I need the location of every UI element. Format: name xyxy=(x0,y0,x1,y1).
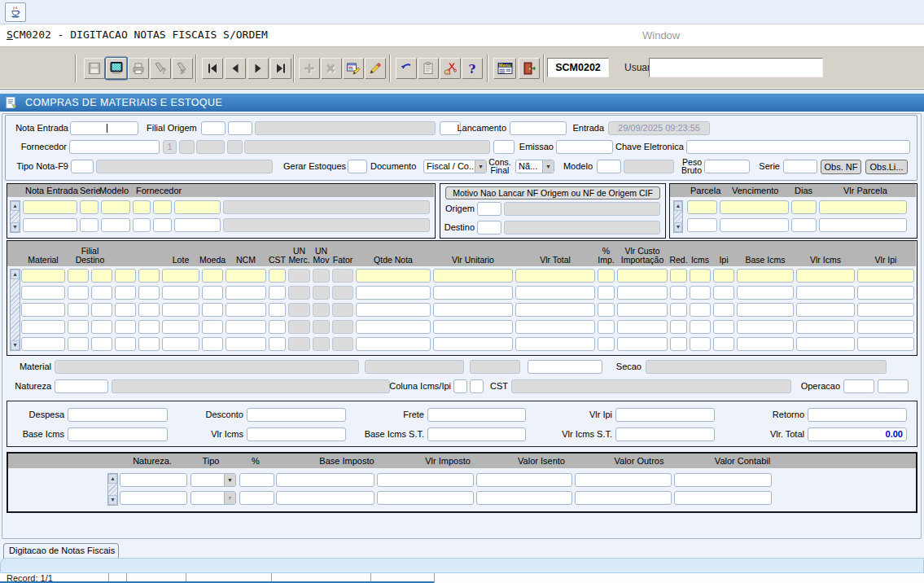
item-cell[interactable] xyxy=(690,286,711,300)
scroll-up-icon[interactable]: ▲ xyxy=(674,201,682,211)
tax-cell[interactable] xyxy=(575,491,672,505)
item-cell[interactable] xyxy=(162,337,199,351)
items-scrollbar[interactable]: ▲▼ xyxy=(10,269,20,351)
usuario-input[interactable] xyxy=(649,58,823,77)
java-coffee-icon[interactable] xyxy=(5,2,26,22)
item-cell[interactable] xyxy=(737,337,794,351)
item-cell[interactable] xyxy=(356,337,431,351)
item-cell[interactable] xyxy=(226,320,266,334)
item-cell[interactable] xyxy=(269,337,286,351)
nota-entrada-input[interactable] xyxy=(70,121,138,135)
item-cell[interactable] xyxy=(68,337,89,351)
exit-button[interactable] xyxy=(519,58,540,79)
chave-eletronica-input[interactable] xyxy=(686,140,910,154)
nf-cell[interactable] xyxy=(101,200,130,214)
parcela-cell[interactable] xyxy=(687,218,717,232)
parcela-cell[interactable] xyxy=(720,218,789,232)
nf-cell[interactable] xyxy=(80,218,99,232)
item-cell[interactable] xyxy=(68,269,89,283)
item-cell[interactable] xyxy=(138,269,160,283)
tax-cell[interactable] xyxy=(239,491,274,505)
row2-flag-input[interactable] xyxy=(493,140,515,154)
desconto-input[interactable] xyxy=(247,408,346,422)
parcela-cell[interactable] xyxy=(791,218,817,232)
item-cell[interactable] xyxy=(21,320,65,334)
parcela-cell[interactable] xyxy=(720,200,789,214)
item-cell[interactable] xyxy=(356,269,431,283)
item-cell[interactable] xyxy=(68,320,89,334)
item-cell[interactable] xyxy=(68,286,89,300)
tipo-dropdown[interactable]: ▼ xyxy=(190,473,236,487)
item-cell[interactable] xyxy=(598,337,615,351)
item-cell[interactable] xyxy=(857,269,914,283)
item-cell[interactable] xyxy=(162,320,199,334)
item-cell[interactable] xyxy=(598,286,615,300)
chevron-down-icon[interactable]: ▼ xyxy=(224,492,235,504)
item-cell[interactable] xyxy=(91,269,112,283)
item-cell[interactable] xyxy=(162,303,199,317)
nf-cell[interactable] xyxy=(153,200,172,214)
operacao-input-1[interactable] xyxy=(843,379,874,393)
scroll-down-icon[interactable]: ▼ xyxy=(108,495,117,505)
item-cell[interactable] xyxy=(202,337,223,351)
help-button[interactable]: ? xyxy=(462,58,483,79)
item-cell[interactable] xyxy=(138,303,160,317)
item-cell[interactable] xyxy=(670,303,687,317)
tax-cell[interactable] xyxy=(476,491,572,505)
hand-scissors-button[interactable] xyxy=(440,58,461,79)
item-cell[interactable] xyxy=(162,269,199,283)
item-cell[interactable] xyxy=(617,320,668,334)
parcela-cell[interactable] xyxy=(819,200,907,214)
obs-nf-button[interactable]: Obs. NF xyxy=(821,160,861,174)
tax-scrollbar[interactable]: ▲▼ xyxy=(107,473,118,506)
item-cell[interactable] xyxy=(598,303,615,317)
tax-cell[interactable] xyxy=(674,473,772,487)
undo-button[interactable] xyxy=(396,58,417,79)
item-cell[interactable] xyxy=(796,337,855,351)
vlr-icms-input[interactable] xyxy=(247,427,346,441)
gerar-estoques-input[interactable] xyxy=(348,160,367,173)
parcela-cell[interactable] xyxy=(819,218,907,232)
item-cell[interactable] xyxy=(857,320,914,334)
tax-cell[interactable] xyxy=(120,473,187,487)
nf-cell[interactable] xyxy=(23,200,77,214)
filial-origem-input-1[interactable] xyxy=(201,121,226,135)
item-cell[interactable] xyxy=(713,337,734,351)
first-record-button[interactable] xyxy=(202,58,223,79)
nf-cell[interactable] xyxy=(23,218,77,232)
item-cell[interactable] xyxy=(433,269,513,283)
module-code-field[interactable]: SCM0202 xyxy=(547,58,609,77)
parcela-cell[interactable] xyxy=(687,200,717,214)
edit-window-button[interactable] xyxy=(343,58,364,79)
nf-scrollbar[interactable]: ▲▼ xyxy=(10,200,20,233)
origem-input[interactable] xyxy=(477,202,501,216)
item-cell[interactable] xyxy=(202,286,223,300)
item-cell[interactable] xyxy=(433,337,513,351)
item-cell[interactable] xyxy=(356,286,431,300)
tax-cell[interactable] xyxy=(276,491,374,505)
item-cell[interactable] xyxy=(515,286,595,300)
item-cell[interactable] xyxy=(796,286,855,300)
item-cell[interactable] xyxy=(269,286,286,300)
vlr-ipi-input[interactable] xyxy=(615,408,715,422)
peso-bruto-input[interactable] xyxy=(704,160,750,173)
scroll-down-icon[interactable]: ▼ xyxy=(674,222,682,232)
item-cell[interactable] xyxy=(138,286,160,300)
item-cell[interactable] xyxy=(115,303,136,317)
scroll-up-icon[interactable]: ▲ xyxy=(108,474,117,484)
base-icms-input[interactable] xyxy=(68,427,168,441)
modelo-input[interactable] xyxy=(597,160,621,173)
item-cell[interactable] xyxy=(690,320,711,334)
menu-form-title[interactable]: SCM0202 - DIGITACAO NOTAS FISCAIS S/ORDE… xyxy=(7,28,268,41)
item-cell[interactable] xyxy=(226,303,266,317)
nf-cell[interactable] xyxy=(133,218,151,232)
item-cell[interactable] xyxy=(713,286,734,300)
item-cell[interactable] xyxy=(356,303,431,317)
item-cell[interactable] xyxy=(91,303,112,317)
tipo-nota-input[interactable] xyxy=(71,160,94,173)
tax-cell[interactable] xyxy=(575,473,672,487)
tax-cell[interactable] xyxy=(120,491,187,505)
item-cell[interactable] xyxy=(690,303,711,317)
scrollbar-track[interactable] xyxy=(674,211,682,222)
item-cell[interactable] xyxy=(857,286,914,300)
